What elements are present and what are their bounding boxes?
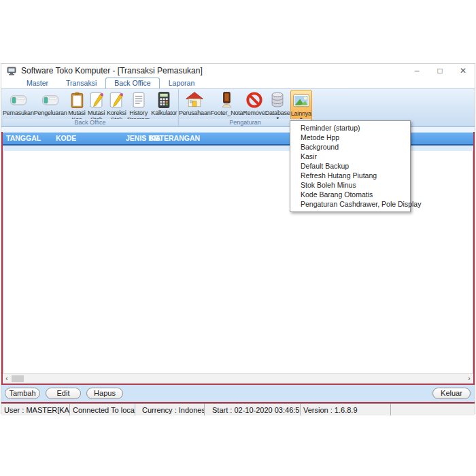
status-empty: [391, 404, 475, 415]
tab-back-office[interactable]: Back Office: [105, 78, 160, 88]
maximize-button[interactable]: □: [428, 64, 452, 78]
tab-master[interactable]: Master: [18, 78, 57, 88]
calculator-icon: [154, 90, 173, 109]
title-bar: Software Toko Komputer - [Transaksi Pema…: [1, 64, 475, 78]
remove-button[interactable]: Remove: [243, 90, 265, 116]
scroll-left-arrow-icon[interactable]: ‹: [3, 375, 11, 383]
app-computer-icon: [6, 65, 17, 76]
action-button-panel: Tambah Edit Hapus Keluar: [1, 384, 475, 403]
ribbon-tab-bar: Master Transaksi Back Office Laporan: [1, 78, 475, 88]
column-header-kode: KODE: [56, 134, 76, 142]
menu-item-refresh-hutang-piutang[interactable]: Refresh Hutang Piutang: [290, 171, 410, 180]
kalkulator-button[interactable]: Kalkulator: [150, 90, 178, 116]
plaque-icon: [217, 90, 236, 109]
database-icon: [268, 90, 287, 109]
minimize-button[interactable]: –: [405, 64, 428, 78]
status-user: User : MASTER[KASIR 4]: [1, 404, 70, 415]
menu-item-default-backup[interactable]: Default Backup: [290, 161, 410, 171]
mutasi-kas-button[interactable]: Mutasi Kas: [67, 90, 87, 123]
ribbon-group-back-office: Pemasukan Pengeluaran: [3, 89, 179, 126]
tab-laporan[interactable]: Laporan: [160, 78, 204, 88]
edit-button[interactable]: Edit: [46, 388, 81, 399]
status-version: Version : 1.6.8.9: [301, 404, 391, 415]
mutasi-stok-button[interactable]: Mutasi Stok: [86, 90, 106, 123]
scrollbar-thumb[interactable]: [12, 375, 24, 382]
menu-item-pengaturan-cashdrawer-pole-display[interactable]: Pengaturan Cashdrawer, Pole Display: [290, 199, 410, 209]
database-button[interactable]: Database ▾: [265, 90, 290, 120]
status-connection: Connected To localhost: [70, 404, 135, 415]
menu-item-kode-barang-otomatis[interactable]: Kode Barang Otomatis: [290, 190, 410, 199]
ribbon-group-label: Back Office: [3, 119, 177, 126]
menu-item-reminder-startup[interactable]: Reminder (startup): [290, 123, 410, 133]
tab-transaksi[interactable]: Transaksi: [57, 78, 105, 88]
menu-item-stok-boleh-minus[interactable]: Stok Boleh Minus: [290, 180, 410, 190]
close-button[interactable]: ✕: [452, 64, 475, 78]
column-header-keterangan: KETERANGAN: [150, 134, 200, 142]
menu-item-metode-hpp[interactable]: Metode Hpp: [290, 133, 410, 142]
ribbon-button-label: Pengeluaran: [34, 109, 67, 116]
pemasukan-button[interactable]: Pemasukan: [3, 90, 34, 116]
window-title: Software Toko Komputer - [Transaksi Pema…: [21, 66, 203, 75]
app-window: Software Toko Komputer - [Transaksi Pema…: [1, 63, 475, 414]
ribbon-button-label: Perusahaan: [179, 109, 211, 116]
koreksi-stok-button[interactable]: Koreksi Stok: [106, 90, 127, 123]
ribbon-button-label: Kalkulator: [151, 109, 177, 116]
status-currency: Currency : Indonesian: [139, 404, 205, 415]
desktop-canvas: Software Toko Komputer - [Transaksi Pema…: [0, 0, 476, 476]
perusahaan-button[interactable]: Perusahaan: [179, 90, 211, 116]
window-controls: – □ ✕: [405, 64, 475, 78]
horizontal-scrollbar[interactable]: ‹ ›: [3, 373, 473, 384]
hapus-button[interactable]: Hapus: [86, 388, 123, 399]
keluar-button[interactable]: Keluar: [432, 388, 471, 399]
pengeluaran-button[interactable]: Pengeluaran: [34, 90, 67, 116]
status-bar: User : MASTER[KASIR 4] Connected To loca…: [1, 403, 475, 415]
prohibition-icon: [245, 90, 264, 109]
scroll-right-arrow-icon[interactable]: ›: [465, 375, 473, 383]
wallet-icon: [41, 90, 60, 109]
document-icon: [129, 90, 148, 109]
tambah-button[interactable]: Tambah: [5, 388, 40, 399]
clipboard-icon: [67, 90, 86, 109]
menu-item-background[interactable]: Background: [290, 142, 410, 152]
wallet-icon: [9, 90, 28, 109]
pencil-document-icon: [107, 90, 126, 109]
picture-icon: [292, 91, 311, 110]
status-start-time: Start : 02-10-2020 03:46:59: [209, 404, 301, 415]
lainnya-dropdown-menu: Reminder (startup) Metode Hpp Background…: [290, 120, 411, 212]
ribbon-button-label: Remove: [243, 109, 265, 116]
ribbon-button-label: Pemasukan: [3, 109, 34, 116]
house-icon: [185, 90, 204, 109]
history-program-button[interactable]: History Program: [127, 90, 150, 123]
menu-item-kasir[interactable]: Kasir: [290, 152, 410, 161]
pencil-document-icon: [87, 90, 106, 109]
footer-nota-button[interactable]: Footer_Nota: [211, 90, 243, 116]
lainnya-button[interactable]: Lainnya ▾: [290, 90, 312, 121]
column-header-tanggal: TANGGAL: [6, 134, 41, 142]
ribbon-button-label: Footer_Nota: [211, 109, 243, 116]
